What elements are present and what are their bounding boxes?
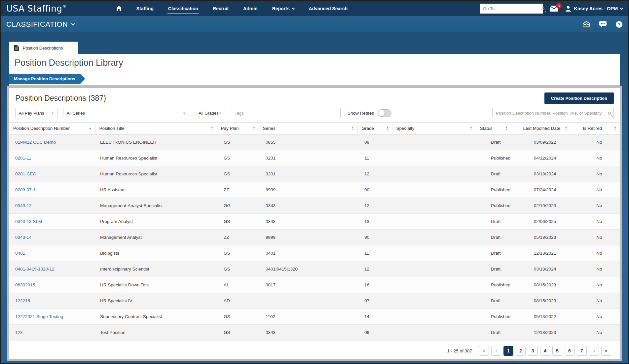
column-label: Specialty <box>396 126 415 131</box>
goto-search[interactable] <box>480 4 543 14</box>
column-header-last-modified-date[interactable]: Last Modified Date▲▼ <box>511 123 579 134</box>
cell-specialty <box>392 293 476 309</box>
position-description-link[interactable]: 01PM12 CDC Demo <box>15 140 56 145</box>
panel-title: Position Descriptions (387) <box>15 94 106 103</box>
cell-series: 0201 <box>259 166 357 182</box>
cell-position-description-number: 0401 <box>9 245 95 261</box>
cell-series: 0855 <box>259 134 357 150</box>
position-description-link[interactable]: 0343-12 <box>15 203 32 208</box>
inbox-icon[interactable] <box>582 21 590 28</box>
pagination: 1 - 25 of 387 «‹1234567›» <box>9 343 620 359</box>
nav-item-reports[interactable]: Reports <box>272 3 295 14</box>
cell-pay-plan: ZZ <box>217 230 259 245</box>
pagination-last-button[interactable]: » <box>601 346 611 356</box>
cell-status: Published <box>476 182 511 198</box>
column-header-position-title[interactable]: Position Title▲▼ <box>95 123 217 134</box>
tags-input[interactable] <box>231 108 341 118</box>
cell-series: 9999 <box>259 230 357 245</box>
pagination-page-6[interactable]: 6 <box>565 346 574 356</box>
goto-input[interactable] <box>483 6 541 11</box>
page-body: Position Descriptions Position Descripti… <box>1 32 628 363</box>
cell-status: Draft <box>476 214 511 230</box>
user-menu[interactable]: Kasey Acres - OPM <box>565 5 623 12</box>
position-description-link[interactable]: 0343-14 <box>15 235 32 240</box>
table-row: 0201-CEGHuman Resources SpecialistGS0201… <box>9 166 620 182</box>
grades-value: All Grades <box>199 111 219 116</box>
pd-search[interactable] <box>492 108 614 118</box>
position-description-link[interactable]: 122216 <box>15 298 30 303</box>
position-description-link[interactable]: 0401 <box>15 251 25 256</box>
nav-item-label: Classification <box>168 6 198 11</box>
position-description-link[interactable]: 12272021 Stage Testing <box>15 314 63 319</box>
nav-item-advanced-search[interactable]: Advanced Search <box>308 3 349 14</box>
create-position-description-button[interactable]: Create Position Description <box>544 92 614 104</box>
pay-plans-select[interactable]: All Pay Plans ▼ <box>15 108 57 118</box>
pagination-page-5[interactable]: 5 <box>552 346 562 356</box>
table-row: 0343-14Management AnalystZZ999990Draft05… <box>9 230 620 245</box>
pagination-page-4[interactable]: 4 <box>540 346 550 356</box>
nav-item-classification[interactable]: Classification <box>167 3 199 14</box>
cell-specialty <box>392 261 476 277</box>
sort-icon: ▲▼ <box>505 126 507 131</box>
cell-is-retired: No <box>579 245 620 261</box>
table-row: 123Test PositionGS034309Draft12/13/2023N… <box>9 325 620 341</box>
pagination-page-7[interactable]: 7 <box>577 346 587 356</box>
tab-position-descriptions[interactable]: Position Descriptions <box>9 42 78 54</box>
pagination-page-2[interactable]: 2 <box>516 346 526 356</box>
position-description-link[interactable]: 123 <box>15 330 23 335</box>
cell-specialty <box>392 230 476 245</box>
column-header-specialty[interactable]: Specialty▲▼ <box>392 123 476 134</box>
position-description-link[interactable]: 0343-13 SLM <box>15 219 42 224</box>
nav-item-label: Staffing <box>136 6 154 11</box>
breadcrumb-manage-position-descriptions[interactable]: Manage Position Descriptions <box>9 74 85 84</box>
document-icon <box>14 45 19 51</box>
section-title-menu[interactable]: CLASSIFICATION <box>6 20 74 29</box>
notification-badge: 3 <box>556 3 562 9</box>
column-header-is-retired[interactable]: Is Retired▲▼ <box>579 123 620 134</box>
cell-is-retired: No <box>579 309 620 325</box>
cell-title: Test Position <box>95 325 217 341</box>
show-retired-toggle[interactable] <box>378 109 391 117</box>
series-value: All Series <box>67 111 85 116</box>
grades-select[interactable]: All Grades ▼ <box>195 108 225 118</box>
table-row: 0401BiologistsGS040111Draft12/13/2021No <box>9 245 620 261</box>
pagination-page-1[interactable]: 1 <box>503 346 513 356</box>
series-select[interactable]: All Series ▼ <box>63 108 189 118</box>
column-label: Last Modified Date <box>523 126 561 131</box>
column-header-series[interactable]: Series▲▼ <box>259 123 357 134</box>
position-description-link[interactable]: 0201-11 <box>15 156 31 161</box>
column-header-pay-plan[interactable]: Pay Plan▲▼ <box>217 123 259 134</box>
help-icon[interactable]: ? <box>615 21 623 28</box>
cell-last-modified: 08/15/2023 <box>511 277 579 293</box>
toggle-knob <box>378 110 385 116</box>
column-header-position-description-number[interactable]: Position Description Number▲ <box>9 123 95 134</box>
position-description-link[interactable]: 0203-07-1 <box>15 187 36 192</box>
cell-is-retired: No <box>579 277 620 293</box>
pagination-page-3[interactable]: 3 <box>528 346 538 356</box>
nav-item-admin[interactable]: Admin <box>242 3 258 14</box>
cell-title: ELECTRONICS ENGINEER <box>95 134 217 150</box>
column-header-grade[interactable]: Grade▲▼ <box>357 123 392 134</box>
cell-position-description-number: 12272021 Stage Testing <box>9 309 95 325</box>
position-description-link[interactable]: 0201-CEG <box>15 171 36 176</box>
cell-position-description-number: 122216 <box>9 293 95 309</box>
position-description-link[interactable]: 06302015 <box>15 282 35 287</box>
messages-button[interactable]: 3 <box>550 6 558 12</box>
nav-item-staffing[interactable]: Staffing <box>136 3 154 14</box>
pagination-first-button[interactable]: « <box>479 346 489 356</box>
nav-item-recruit[interactable]: Recruit <box>212 3 229 14</box>
cell-specialty <box>392 166 476 182</box>
pd-search-input[interactable] <box>496 111 608 116</box>
pay-plans-value: All Pay Plans <box>19 111 44 116</box>
nav-item-label: Advanced Search <box>309 6 348 11</box>
cell-grade: 07 <box>357 293 392 309</box>
position-description-link[interactable]: 0401-0415-1320-12 <box>15 267 55 272</box>
home-button[interactable] <box>115 3 123 14</box>
pagination-next-button[interactable]: › <box>589 346 599 356</box>
page-header: Position Description Library Manage Posi… <box>9 54 620 86</box>
cell-status: Draft <box>476 245 511 261</box>
cell-grade: 90 <box>357 182 392 198</box>
column-header-status[interactable]: Status▲▼ <box>476 123 511 134</box>
pagination-prev-button[interactable]: ‹ <box>491 346 501 356</box>
chat-icon[interactable] <box>599 21 607 28</box>
